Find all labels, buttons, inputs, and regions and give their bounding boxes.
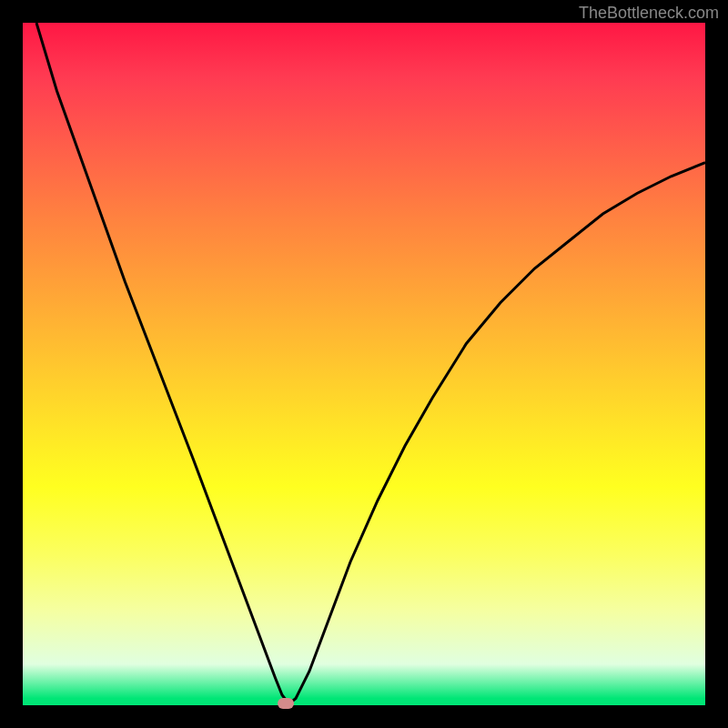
watermark-text: TheBottleneck.com — [579, 4, 719, 23]
bottleneck-curve-path — [36, 23, 705, 704]
optimal-point-marker — [278, 698, 294, 709]
chart-plot-area — [23, 23, 705, 705]
curve-svg — [23, 23, 705, 705]
